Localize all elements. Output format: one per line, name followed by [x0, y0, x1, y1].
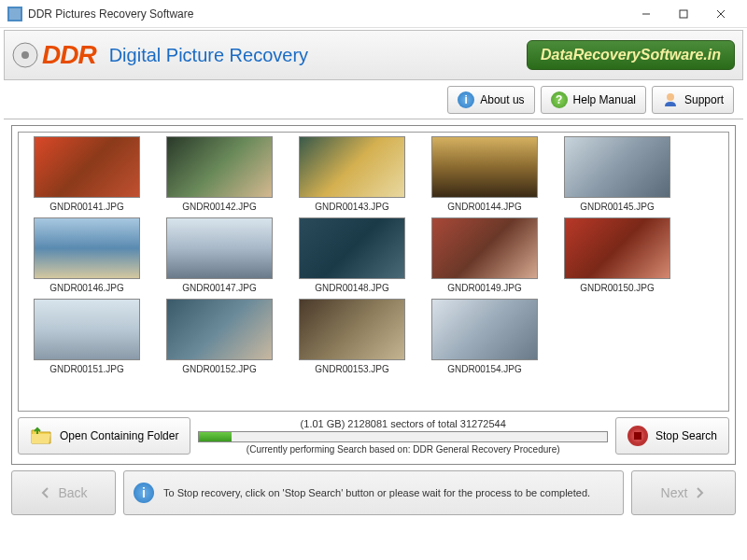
thumbnail-image [299, 136, 405, 198]
thumbnail-image [299, 217, 405, 279]
thumbnail-item[interactable]: GNDR00151.JPG [21, 299, 153, 374]
thumbnail-image [431, 217, 538, 279]
open-folder-label: Open Containing Folder [60, 429, 178, 442]
thumbnail-item[interactable]: GNDR00150.JPG [551, 217, 684, 293]
next-label: Next [661, 485, 688, 500]
progress-text: (1.01 GB) 2128081 sectors of total 31272… [198, 418, 608, 429]
thumbnail-item[interactable]: GNDR00154.JPG [418, 299, 551, 374]
progress-fill [199, 432, 232, 441]
thumbnail-image [564, 136, 670, 198]
stop-icon [627, 426, 648, 446]
thumbnail-image [166, 217, 273, 279]
stop-label: Stop Search [655, 429, 717, 442]
hint-info-icon: i [134, 483, 154, 503]
thumbnail-image [299, 299, 405, 360]
thumbnail-label: GNDR00147.JPG [153, 283, 286, 293]
maximize-button[interactable] [665, 1, 702, 27]
thumbnail-label: GNDR00141.JPG [21, 202, 153, 212]
stop-search-button[interactable]: Stop Search [615, 417, 729, 455]
main-panel: GNDR00141.JPGGNDR00142.JPGGNDR00143.JPGG… [11, 125, 736, 465]
thumbnail-item[interactable]: GNDR00141.JPG [21, 136, 153, 212]
thumbnail-label: GNDR00144.JPG [418, 202, 551, 212]
product-title: Digital Picture Recovery [109, 45, 308, 66]
thumbnail-label: GNDR00142.JPG [153, 202, 286, 212]
header: DDR Digital Picture Recovery DataRecover… [4, 30, 743, 80]
logo-text: DDR [42, 40, 96, 70]
progress-note: (Currently performing Search based on: D… [198, 444, 608, 455]
action-row: Open Containing Folder (1.01 GB) 2128081… [18, 417, 729, 455]
help-icon: ? [551, 91, 568, 108]
help-button[interactable]: ? Help Manual [541, 86, 646, 114]
logo: DDR Digital Picture Recovery [12, 40, 308, 70]
open-folder-button[interactable]: Open Containing Folder [18, 417, 190, 455]
about-button[interactable]: i About us [447, 86, 534, 114]
thumbnail-image [166, 136, 273, 198]
thumbnail-label: GNDR00145.JPG [551, 202, 684, 212]
support-button[interactable]: Support [652, 86, 734, 114]
thumbnail-item[interactable]: GNDR00146.JPG [21, 217, 153, 293]
thumbnail-item[interactable]: GNDR00143.JPG [286, 136, 418, 212]
back-button[interactable]: Back [11, 470, 116, 515]
thumbnail-image [34, 299, 140, 360]
logo-icon [12, 42, 38, 68]
thumbnail-item[interactable]: GNDR00148.JPG [286, 217, 418, 293]
thumbnail-item[interactable]: GNDR00142.JPG [153, 136, 286, 212]
thumbnail-label: GNDR00152.JPG [153, 364, 286, 374]
thumbnail-item[interactable]: GNDR00144.JPG [418, 136, 551, 212]
thumbnail-label: GNDR00148.JPG [286, 283, 418, 293]
footer: Back i To Stop recovery, click on 'Stop … [11, 470, 736, 515]
thumbnail-label: GNDR00149.JPG [418, 283, 551, 293]
back-arrow-icon [39, 486, 52, 499]
folder-icon [30, 427, 52, 445]
thumbnail-label: GNDR00154.JPG [418, 364, 551, 374]
svg-rect-3 [680, 10, 687, 18]
next-button[interactable]: Next [631, 470, 736, 515]
thumbnail-label: GNDR00153.JPG [286, 364, 418, 374]
thumbnail-item[interactable]: GNDR00145.JPG [551, 136, 684, 212]
thumbnail-item[interactable]: GNDR00152.JPG [153, 299, 286, 374]
app-icon [7, 7, 22, 21]
thumbnail-label: GNDR00150.JPG [551, 283, 684, 293]
hint-text: To Stop recovery, click on 'Stop Search'… [163, 487, 590, 498]
brand-badge: DataRecoverySoftware.in [527, 40, 735, 70]
thumbnail-image [166, 299, 273, 360]
progress-bar [198, 431, 608, 442]
support-label: Support [684, 93, 724, 106]
back-label: Back [58, 485, 87, 500]
thumbnail-image [34, 136, 140, 198]
thumbnails-area[interactable]: GNDR00141.JPGGNDR00142.JPGGNDR00143.JPGG… [18, 132, 729, 412]
thumbnail-label: GNDR00143.JPG [286, 202, 418, 212]
thumbnail-item[interactable]: GNDR00149.JPG [418, 217, 551, 293]
thumbnail-image [34, 217, 140, 279]
thumbnail-image [431, 136, 538, 198]
svg-point-7 [21, 51, 29, 59]
close-button[interactable] [702, 1, 740, 27]
thumbnail-item[interactable]: GNDR00147.JPG [153, 217, 286, 293]
minimize-button[interactable] [627, 1, 665, 27]
thumbnail-label: GNDR00146.JPG [21, 283, 153, 293]
svg-point-8 [667, 93, 674, 101]
support-icon [662, 91, 679, 108]
help-label: Help Manual [573, 93, 636, 106]
window-title: DDR Pictures Recovery Software [28, 7, 627, 21]
toolbar: i About us ? Help Manual Support [4, 80, 743, 119]
thumbnail-image [564, 217, 670, 279]
about-label: About us [480, 93, 524, 106]
info-icon: i [458, 91, 474, 108]
thumbnail-item[interactable]: GNDR00153.JPG [286, 299, 418, 374]
svg-rect-1 [9, 8, 21, 20]
next-arrow-icon [693, 486, 706, 499]
progress-area: (1.01 GB) 2128081 sectors of total 31272… [198, 418, 608, 455]
titlebar: DDR Pictures Recovery Software [0, 0, 747, 28]
thumbnail-image [431, 299, 538, 360]
thumbnail-label: GNDR00151.JPG [21, 364, 153, 374]
hint-box: i To Stop recovery, click on 'Stop Searc… [123, 470, 624, 515]
